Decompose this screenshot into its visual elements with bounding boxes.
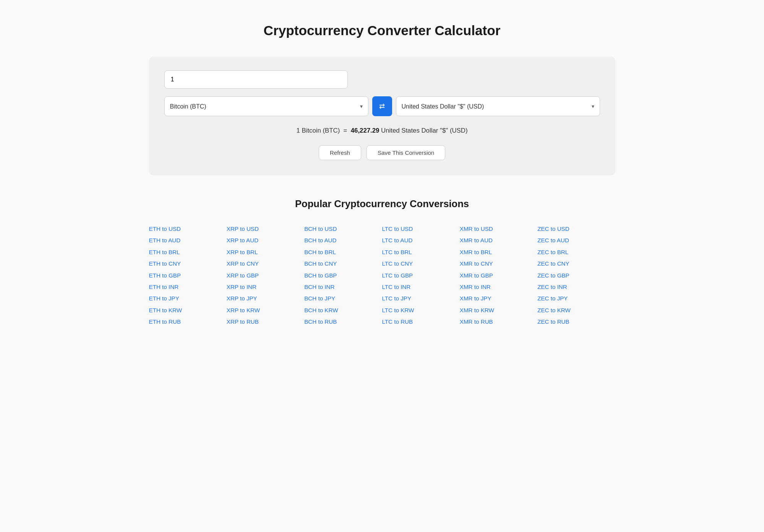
save-conversion-button[interactable]: Save This Conversion <box>367 145 445 160</box>
conversion-link[interactable]: ZEC to CNY <box>537 260 569 267</box>
conversion-link[interactable]: LTC to USD <box>382 225 413 232</box>
conversion-link[interactable]: XMR to USD <box>460 225 493 232</box>
conversions-grid: ETH to USDETH to AUDETH to BRLETH to CNY… <box>149 223 615 328</box>
result-unit: United States Dollar "$" (USD) <box>381 127 467 134</box>
conversion-link[interactable]: ZEC to AUD <box>537 237 569 243</box>
conversion-link[interactable]: ETH to RUB <box>149 318 181 325</box>
conversion-link[interactable]: ETH to USD <box>149 225 181 232</box>
conversion-link[interactable]: LTC to GBP <box>382 272 413 279</box>
refresh-button[interactable]: Refresh <box>319 145 361 160</box>
page-title: Cryptocurrency Converter Calculator <box>149 23 615 38</box>
conversion-link[interactable]: ZEC to BRL <box>537 249 568 255</box>
action-buttons: Refresh Save This Conversion <box>164 145 600 160</box>
conversion-link[interactable]: ETH to BRL <box>149 249 180 255</box>
result-equals: = <box>342 127 351 134</box>
conversion-link[interactable]: LTC to JPY <box>382 295 411 302</box>
conversion-column-2: BCH to USDBCH to AUDBCH to BRLBCH to CNY… <box>304 223 382 328</box>
conversion-link[interactable]: LTC to CNY <box>382 260 413 267</box>
conversion-link[interactable]: BCH to BRL <box>304 249 336 255</box>
conversion-link[interactable]: BCH to GBP <box>304 272 337 279</box>
conversion-link[interactable]: LTC to BRL <box>382 249 412 255</box>
swap-button[interactable]: ⇄ <box>372 96 392 116</box>
conversion-link[interactable]: XRP to GBP <box>227 272 259 279</box>
conversion-link[interactable]: ZEC to KRW <box>537 307 571 313</box>
result-row: 1 Bitcoin (BTC) = 46,227.29 United State… <box>164 127 600 135</box>
conversion-link[interactable]: ETH to CNY <box>149 260 181 267</box>
conversion-link[interactable]: XRP to KRW <box>227 307 260 313</box>
conversion-link[interactable]: ZEC to JPY <box>537 295 568 302</box>
conversion-column-5: ZEC to USDZEC to AUDZEC to BRLZEC to CNY… <box>537 223 615 328</box>
conversion-link[interactable]: XRP to BRL <box>227 249 258 255</box>
conversion-link[interactable]: XMR to BRL <box>460 249 492 255</box>
amount-input[interactable] <box>164 70 348 89</box>
conversion-link[interactable]: LTC to AUD <box>382 237 412 243</box>
conversion-link[interactable]: ETH to KRW <box>149 307 182 313</box>
conversion-link[interactable]: XRP to AUD <box>227 237 258 243</box>
popular-section: Popular Cryptocurrency Conversions ETH t… <box>149 198 615 328</box>
conversion-link[interactable]: ZEC to INR <box>537 284 567 290</box>
conversion-link[interactable]: ETH to AUD <box>149 237 181 243</box>
conversion-link[interactable]: LTC to INR <box>382 284 410 290</box>
from-currency-dropdown[interactable]: Bitcoin (BTC) ▾ <box>164 96 368 116</box>
conversion-link[interactable]: ETH to GBP <box>149 272 181 279</box>
conversion-link[interactable]: XMR to KRW <box>460 307 494 313</box>
conversion-link[interactable]: BCH to AUD <box>304 237 336 243</box>
conversion-link[interactable]: BCH to INR <box>304 284 334 290</box>
conversion-link[interactable]: BCH to CNY <box>304 260 337 267</box>
conversion-link[interactable]: XRP to RUB <box>227 318 259 325</box>
conversion-link[interactable]: ETH to INR <box>149 284 179 290</box>
dropdowns-row: Bitcoin (BTC) ▾ ⇄ United States Dollar "… <box>164 96 600 116</box>
conversion-link[interactable]: BCH to RUB <box>304 318 337 325</box>
conversion-column-4: XMR to USDXMR to AUDXMR to BRLXMR to CNY… <box>460 223 537 328</box>
result-from-text: 1 Bitcoin (BTC) <box>297 127 340 134</box>
result-value: 46,227.29 <box>351 127 380 134</box>
conversion-link[interactable]: XMR to INR <box>460 284 491 290</box>
conversion-link[interactable]: XRP to INR <box>227 284 256 290</box>
conversion-column-1: XRP to USDXRP to AUDXRP to BRLXRP to CNY… <box>227 223 304 328</box>
conversion-link[interactable]: ZEC to GBP <box>537 272 569 279</box>
conversion-link[interactable]: BCH to JPY <box>304 295 335 302</box>
conversion-link[interactable]: XMR to RUB <box>460 318 493 325</box>
to-currency-dropdown[interactable]: United States Dollar "$" (USD) ▾ <box>396 96 600 116</box>
converter-card: Bitcoin (BTC) ▾ ⇄ United States Dollar "… <box>149 57 615 175</box>
conversion-link[interactable]: BCH to USD <box>304 225 337 232</box>
conversion-link[interactable]: XMR to GBP <box>460 272 493 279</box>
conversion-link[interactable]: BCH to KRW <box>304 307 338 313</box>
to-currency-select[interactable]: United States Dollar "$" (USD) <box>402 103 594 110</box>
conversion-link[interactable]: ZEC to USD <box>537 225 569 232</box>
conversion-column-0: ETH to USDETH to AUDETH to BRLETH to CNY… <box>149 223 227 328</box>
conversion-link[interactable]: XMR to AUD <box>460 237 493 243</box>
conversion-link[interactable]: XMR to JPY <box>460 295 491 302</box>
conversion-link[interactable]: ZEC to RUB <box>537 318 569 325</box>
conversion-link[interactable]: LTC to RUB <box>382 318 413 325</box>
conversion-column-3: LTC to USDLTC to AUDLTC to BRLLTC to CNY… <box>382 223 459 328</box>
swap-icon: ⇄ <box>379 102 385 110</box>
conversion-link[interactable]: ETH to JPY <box>149 295 179 302</box>
conversion-link[interactable]: XMR to CNY <box>460 260 493 267</box>
from-currency-select[interactable]: Bitcoin (BTC) <box>170 103 363 110</box>
conversion-link[interactable]: XRP to JPY <box>227 295 257 302</box>
conversion-link[interactable]: XRP to CNY <box>227 260 259 267</box>
conversion-link[interactable]: LTC to KRW <box>382 307 414 313</box>
popular-title: Popular Cryptocurrency Conversions <box>149 198 615 209</box>
conversion-link[interactable]: XRP to USD <box>227 225 259 232</box>
